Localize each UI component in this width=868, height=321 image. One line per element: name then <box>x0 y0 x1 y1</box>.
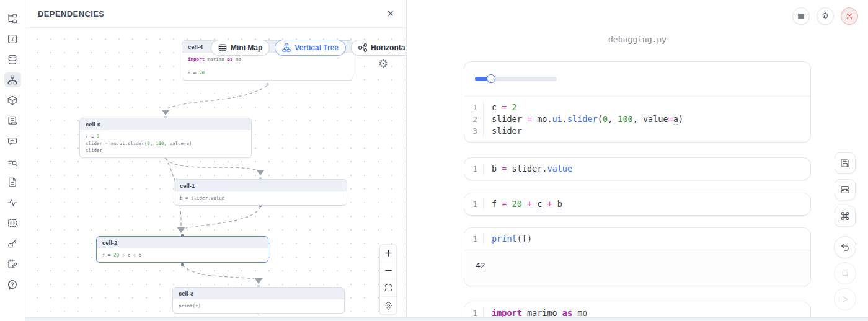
chat-icon <box>7 136 18 147</box>
footer-strip <box>25 317 868 321</box>
scratchpad-icon <box>7 258 18 270</box>
data-sources-icon <box>7 54 18 65</box>
slider-thumb[interactable] <box>487 74 495 83</box>
view-mode-toolbar: Mini MapVertical TreeHorizontal Tree <box>211 40 405 56</box>
sidebar-item-documentation[interactable] <box>4 174 21 190</box>
documentation-icon <box>7 177 18 188</box>
notebook-menu-button[interactable] <box>792 7 810 25</box>
dependency-graph-canvas[interactable]: cell-4import marimo as mo a = 20cell-0c … <box>25 29 405 317</box>
code-line: c = 2 <box>492 102 810 113</box>
play-icon <box>840 294 850 304</box>
stop-icon <box>840 268 850 278</box>
notebook-cell: 1print(f)42 <box>464 227 811 286</box>
help-icon <box>7 279 18 290</box>
code-editor[interactable]: b = slider.value <box>484 163 810 175</box>
graph-node-code: print(f) <box>173 299 344 313</box>
sidebar-item-variables[interactable]: f <box>4 31 21 46</box>
fit-view-button[interactable] <box>380 279 396 297</box>
menu-icon <box>797 12 805 20</box>
variables-icon: f <box>7 33 18 45</box>
graph-node-cell-1[interactable]: cell-1b = slider.value <box>174 179 347 206</box>
graph-node-title: cell-0 <box>80 118 251 130</box>
notebook-cell: 1f = 20 + c + b <box>464 193 811 216</box>
code-line: b = slider.value <box>492 163 810 175</box>
sidebar-item-table-of-contents[interactable] <box>4 154 21 169</box>
stop-button[interactable] <box>834 262 856 284</box>
slider-track[interactable] <box>475 77 557 81</box>
secrets-icon <box>7 238 18 249</box>
settings-button[interactable] <box>817 7 834 25</box>
action-rail: ⌘ <box>834 152 856 310</box>
graph-zoom-controls <box>379 244 397 315</box>
minimap-icon <box>218 43 227 52</box>
code-line: f = 20 + c + b <box>492 198 810 210</box>
sidebar-item-data-sources[interactable] <box>4 51 21 67</box>
logs-icon <box>7 115 18 126</box>
sidebar-item-help[interactable] <box>4 276 21 292</box>
window-actions <box>792 7 858 25</box>
view-button-horizontal-tree[interactable]: Horizontal Tree <box>351 40 405 56</box>
dependency-graph-icon <box>7 74 18 86</box>
tracing-icon <box>7 197 18 208</box>
graph-node-code: f = 20 + c + b <box>97 248 268 262</box>
sidebar-item-snippets[interactable] <box>4 215 21 231</box>
packages-icon <box>7 95 18 106</box>
close-icon[interactable]: × <box>387 8 394 19</box>
locate-button[interactable] <box>380 297 396 314</box>
sidebar-item-logs[interactable] <box>4 113 21 128</box>
graph-node-code: import marimo as mo a = 20 <box>182 53 353 80</box>
view-button-label: Vertical Tree <box>294 43 339 52</box>
run-button[interactable] <box>834 288 856 310</box>
graph-node-title: cell-1 <box>174 180 347 191</box>
view-button-mini-map[interactable]: Mini Map <box>211 40 270 56</box>
graph-node-cell-3[interactable]: cell-3print(f) <box>172 287 345 314</box>
sidebar-item-chat[interactable] <box>4 133 21 149</box>
keyboard-shortcuts-button[interactable]: ⌘ <box>835 206 856 227</box>
dependencies-panel-header: DEPENDENCIES × <box>25 0 406 28</box>
sidebar-item-packages[interactable] <box>4 92 21 108</box>
zoom-in-button[interactable] <box>380 245 396 262</box>
save-button[interactable] <box>835 152 856 174</box>
code-editor[interactable]: c = 2slider = mo.ui.slider(0, 100, value… <box>484 102 810 137</box>
graph-node-title: cell-2 <box>97 237 268 248</box>
undo-icon <box>840 242 850 252</box>
plus-icon <box>384 249 392 257</box>
pin-icon <box>384 302 392 310</box>
graph-node-cell-0[interactable]: cell-0c = 2slider = mo.ui.slider(0, 100,… <box>79 118 252 158</box>
sidebar-item-tracing[interactable] <box>4 195 21 210</box>
dependencies-panel: DEPENDENCIES × <box>25 0 407 321</box>
notebook-cell: 123c = 2slider = mo.ui.slider(0, 100, va… <box>464 61 811 143</box>
layout-toggle-button[interactable] <box>835 179 856 200</box>
notebook-area: debugging.py 123c = 2slider = mo.ui.slid… <box>407 0 868 321</box>
line-numbers: 1 <box>464 233 484 245</box>
line-numbers: 1 <box>464 163 484 175</box>
view-button-vertical-tree[interactable]: Vertical Tree <box>275 40 346 56</box>
sidebar-item-scratchpad[interactable] <box>4 256 21 271</box>
sidebar-item-secrets[interactable] <box>4 235 21 251</box>
close-icon <box>845 12 854 20</box>
graph-node-code: c = 2slider = mo.ui.slider(0, 100, value… <box>80 130 251 157</box>
notebook-cell: 1b = slider.value <box>464 157 811 180</box>
graph-node-code: b = slider.value <box>174 191 347 205</box>
graph-node-cell-2[interactable]: cell-2f = 20 + c + b <box>96 236 268 263</box>
cell-console-output: 42 <box>464 250 810 286</box>
svg-text:f: f <box>11 36 15 42</box>
shutdown-button[interactable] <box>841 7 858 25</box>
line-numbers: 123 <box>464 102 484 137</box>
undo-button[interactable] <box>834 236 856 258</box>
code-line: print(f) <box>492 233 810 245</box>
code-editor[interactable]: print(f) <box>484 233 810 245</box>
table-of-contents-icon <box>7 156 18 167</box>
zoom-out-button[interactable] <box>380 262 396 279</box>
save-icon <box>840 158 850 168</box>
code-line: slider = mo.ui.slider(0, 100, value=a) <box>492 113 810 125</box>
sidebar-item-dependency-graph[interactable] <box>4 72 21 87</box>
code-editor[interactable]: f = 20 + c + b <box>484 198 810 210</box>
sidebar-item-file-explorer[interactable] <box>4 11 21 26</box>
line-numbers: 1 <box>464 198 484 210</box>
gear-icon[interactable]: ⚙ <box>378 58 388 69</box>
htree-icon <box>358 43 367 52</box>
settings-icon <box>821 12 830 20</box>
snippets-icon <box>7 218 18 229</box>
layout-panels-icon <box>840 185 850 195</box>
